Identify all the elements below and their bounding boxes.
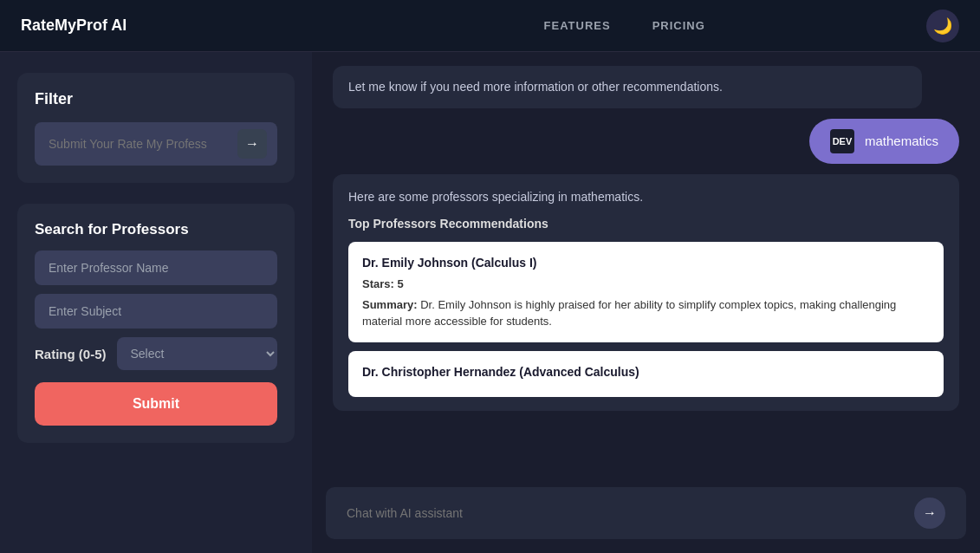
- professor-name-input[interactable]: [35, 250, 277, 285]
- ai-intro-text: Here are some professors specializing in…: [348, 188, 944, 206]
- rating-select[interactable]: Select 0 1 2 3 4 5: [117, 337, 278, 370]
- user-message-1: DEV mathematics: [809, 119, 959, 164]
- filter-section: Filter →: [17, 73, 295, 183]
- ai-rich-message: Here are some professors specializing in…: [333, 174, 959, 411]
- chat-send-button[interactable]: →: [914, 498, 945, 529]
- ai-section-title: Top Professors Recommendations: [348, 215, 944, 233]
- prof-card-2: Dr. Christopher Hernandez (Advanced Calc…: [348, 351, 944, 397]
- prof-card-1: Dr. Emily Johnson (Calculus I) Stars: 5 …: [348, 242, 944, 342]
- nav-pricing[interactable]: PRICING: [652, 19, 705, 32]
- prof-name-2: Dr. Christopher Hernandez (Advanced Calc…: [362, 363, 930, 381]
- ai-message-1-text: Let me know if you need more information…: [348, 80, 723, 94]
- nav-features[interactable]: FEATURES: [544, 19, 611, 32]
- prof-summary-1: Summary: Dr. Emily Johnson is highly pra…: [362, 296, 930, 330]
- filter-title: Filter: [35, 90, 277, 108]
- user-avatar-icon: DEV: [830, 129, 854, 153]
- prof-stars-1: Stars: 5: [362, 276, 930, 293]
- chat-input[interactable]: [347, 506, 914, 520]
- filter-input[interactable]: [49, 137, 237, 151]
- ai-message-1: Let me know if you need more information…: [333, 66, 922, 108]
- chat-area: Let me know if you need more information…: [312, 52, 980, 553]
- subject-input[interactable]: [35, 294, 277, 329]
- search-section: Search for Professors Rating (0-5) Selec…: [17, 204, 295, 443]
- stars-label: Stars:: [362, 277, 397, 290]
- nav-avatar[interactable]: 🌙: [926, 10, 959, 42]
- chat-messages: Let me know if you need more information…: [312, 52, 980, 487]
- prof-summary-1-text: Dr. Emily Johnson is highly praised for …: [362, 298, 896, 329]
- user-message-1-text: mathematics: [865, 132, 938, 152]
- search-submit-button[interactable]: Submit: [35, 382, 277, 426]
- app-logo: RateMyProf AI: [21, 16, 322, 35]
- sidebar: Filter → Search for Professors Rating (0…: [0, 52, 312, 553]
- stars-value-1: 5: [397, 277, 403, 290]
- prof-name-1: Dr. Emily Johnson (Calculus I): [362, 254, 930, 272]
- rating-label: Rating (0-5): [35, 347, 107, 361]
- chat-input-area: →: [326, 487, 966, 539]
- search-title: Search for Professors: [35, 221, 277, 238]
- filter-submit-button[interactable]: →: [237, 129, 267, 159]
